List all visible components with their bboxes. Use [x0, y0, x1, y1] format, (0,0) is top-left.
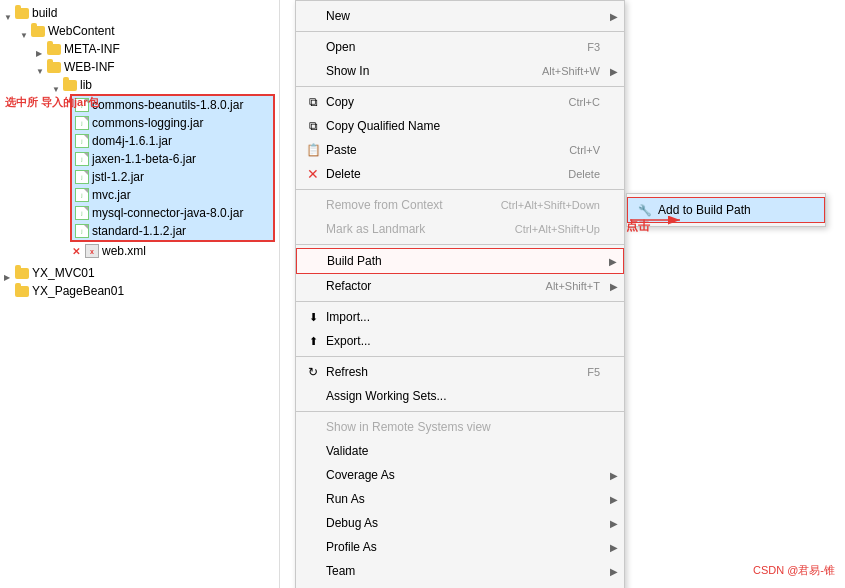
arrow-icon: ▶ — [610, 542, 618, 553]
list-item[interactable]: j dom4j-1.6.1.jar — [72, 132, 273, 150]
export-icon: ⬆ — [304, 332, 322, 350]
arrow-icon: ▶ — [610, 518, 618, 529]
list-item[interactable]: j jaxen-1.1-beta-6.jar — [72, 150, 273, 168]
menu-item-paste[interactable]: 📋 Paste Ctrl+V — [296, 138, 624, 162]
tree-item-yx-mvc01[interactable]: YX_MVC01 — [0, 264, 279, 282]
menu-item-profile-as[interactable]: Profile As ▶ — [296, 535, 624, 559]
list-item[interactable]: j standard-1.1.2.jar — [72, 222, 273, 240]
build-path-submenu: 🔧 Add to Build Path — [626, 193, 826, 227]
list-item[interactable]: j commons-logging.jar — [72, 114, 273, 132]
landmark-icon — [304, 220, 322, 238]
folder-icon — [62, 77, 78, 93]
refactor-icon — [304, 277, 322, 295]
tree-item-webxml[interactable]: ✕ x web.xml — [0, 242, 279, 260]
menu-item-debug-as[interactable]: Debug As ▶ — [296, 511, 624, 535]
menu-item-build-path[interactable]: Build Path ▶ — [296, 248, 624, 274]
bottom-annotation: CSDN @君易-锥 — [753, 563, 835, 578]
file-label: jaxen-1.1-beta-6.jar — [92, 152, 196, 166]
list-item[interactable]: j mvc.jar — [72, 186, 273, 204]
file-label: commons-logging.jar — [92, 116, 203, 130]
menu-item-mark-landmark[interactable]: Mark as Landmark Ctrl+Alt+Shift+Up — [296, 217, 624, 241]
menu-item-copy[interactable]: ⧉ Copy Ctrl+C — [296, 90, 624, 114]
tree-label: build — [32, 6, 57, 20]
menu-item-refactor[interactable]: Refactor Alt+Shift+T ▶ — [296, 274, 624, 298]
chevron-icon — [52, 81, 60, 89]
list-item[interactable]: j jstl-1.2.jar — [72, 168, 273, 186]
menu-item-label: Remove from Context — [326, 198, 471, 212]
remote-icon — [304, 418, 322, 436]
tree-item-lib[interactable]: lib — [0, 76, 279, 94]
shortcut-label: Ctrl+Alt+Shift+Up — [485, 223, 600, 235]
arrow-icon: ▶ — [610, 470, 618, 481]
right-annotation: 点击 — [626, 218, 650, 235]
shortcut-label: Alt+Shift+T — [516, 280, 600, 292]
menu-item-run-as[interactable]: Run As ▶ — [296, 487, 624, 511]
menu-item-label: Debug As — [326, 516, 600, 530]
file-label: mysql-connector-java-8.0.jar — [92, 206, 243, 220]
menu-item-refresh[interactable]: ↻ Refresh F5 — [296, 360, 624, 384]
tree-label: lib — [80, 78, 92, 92]
folder-icon — [30, 23, 46, 39]
tree-item-yx-pagebean01[interactable]: YX_PageBean01 — [0, 282, 279, 300]
folder-icon — [14, 5, 30, 21]
menu-item-label: Assign Working Sets... — [326, 389, 600, 403]
menu-item-validate[interactable]: Validate — [296, 439, 624, 463]
tree-item-meta-inf[interactable]: META-INF — [0, 40, 279, 58]
menu-item-show-remote[interactable]: Show in Remote Systems view — [296, 415, 624, 439]
shortcut-label: F5 — [557, 366, 600, 378]
menu-item-import[interactable]: ⬇ Import... — [296, 305, 624, 329]
list-item[interactable]: j commons-beanutils-1.8.0.jar — [72, 96, 273, 114]
refresh-icon: ↻ — [304, 363, 322, 381]
profile-icon — [304, 538, 322, 556]
menu-item-export[interactable]: ⬆ Export... — [296, 329, 624, 353]
tree-item-web-inf[interactable]: WEB-INF — [0, 58, 279, 76]
menu-item-coverage-as[interactable]: Coverage As ▶ — [296, 463, 624, 487]
menu-item-label: Mark as Landmark — [326, 222, 485, 236]
menu-item-label: Delete — [326, 167, 538, 181]
chevron-icon — [36, 63, 44, 71]
file-label: standard-1.1.2.jar — [92, 224, 186, 238]
file-label: dom4j-1.6.1.jar — [92, 134, 172, 148]
coverage-icon — [304, 466, 322, 484]
menu-item-label: Show in Remote Systems view — [326, 420, 600, 434]
menu-item-remove-context[interactable]: Remove from Context Ctrl+Alt+Shift+Down — [296, 193, 624, 217]
xml-file-icon: x — [84, 243, 100, 259]
arrow-icon: ▶ — [610, 11, 618, 22]
separator — [296, 411, 624, 412]
separator — [296, 301, 624, 302]
tree-item-build[interactable]: build — [0, 4, 279, 22]
tree-item-webcontent[interactable]: WebContent — [0, 22, 279, 40]
menu-item-open[interactable]: Open F3 — [296, 35, 624, 59]
menu-item-label: Import... — [326, 310, 600, 324]
menu-item-label: Refresh — [326, 365, 557, 379]
arrow-icon: ▶ — [610, 494, 618, 505]
list-item[interactable]: j mysql-connector-java-8.0.jar — [72, 204, 273, 222]
jar-file-icon: j — [74, 223, 90, 239]
menu-item-new[interactable]: New ▶ — [296, 4, 624, 28]
chevron-icon — [20, 27, 28, 35]
folder-icon — [46, 41, 62, 57]
menu-item-compare-with[interactable]: Compare With ▶ — [296, 583, 624, 588]
separator — [296, 31, 624, 32]
menu-item-show-in[interactable]: Show In Alt+Shift+W ▶ — [296, 59, 624, 83]
menu-item-delete[interactable]: ✕ Delete Delete — [296, 162, 624, 186]
separator — [296, 356, 624, 357]
menu-item-label: Coverage As — [326, 468, 600, 482]
submenu-item-add-to-build-path[interactable]: 🔧 Add to Build Path — [627, 197, 825, 223]
menu-item-team[interactable]: Team ▶ — [296, 559, 624, 583]
open-icon — [304, 38, 322, 56]
arrow-icon: ▶ — [610, 566, 618, 577]
working-sets-icon — [304, 387, 322, 405]
menu-item-assign-working-sets[interactable]: Assign Working Sets... — [296, 384, 624, 408]
menu-item-label: Refactor — [326, 279, 516, 293]
delete-icon: ✕ — [304, 165, 322, 183]
import-icon: ⬇ — [304, 308, 322, 326]
jar-file-icon: j — [74, 169, 90, 185]
tree-label: YX_PageBean01 — [32, 284, 124, 298]
remove-icon — [304, 196, 322, 214]
build-path-icon — [305, 252, 323, 270]
tree-label: META-INF — [64, 42, 120, 56]
shortcut-label: Delete — [538, 168, 600, 180]
tree-label: YX_MVC01 — [32, 266, 95, 280]
menu-item-copy-qualified[interactable]: ⧉ Copy Qualified Name — [296, 114, 624, 138]
